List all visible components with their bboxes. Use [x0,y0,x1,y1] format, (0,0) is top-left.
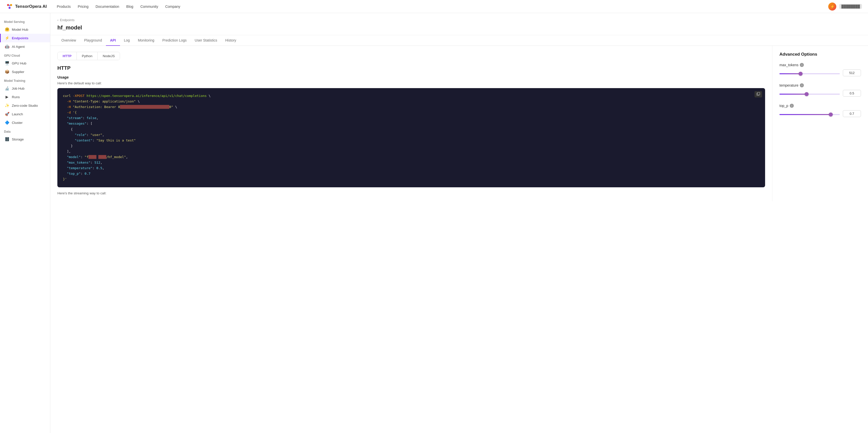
sidebar-item-label: Launch [12,112,23,116]
sub-tab-python[interactable]: Python [77,52,98,60]
section-gpu-cloud: GPU Cloud [0,51,50,59]
copy-icon [756,92,760,96]
nav-documentation[interactable]: Documentation [96,4,119,8]
option-temperature: temperature i [779,83,861,97]
tab-prediction-logs[interactable]: Prediction Logs [158,35,191,46]
top-p-info-icon[interactable]: i [790,104,794,108]
sidebar-item-label: Job Hub [12,87,24,90]
max-tokens-control [779,69,861,76]
top-p-control [779,110,861,117]
sidebar-item-cluster[interactable]: 🔷 Cluster [0,118,50,127]
max-tokens-slider-fill [779,73,801,74]
sidebar-item-label: AI Agent [12,45,25,49]
nav-community[interactable]: Community [141,4,158,8]
copy-button[interactable] [754,91,762,97]
tab-overview[interactable]: Overview [57,35,80,46]
sidebar-item-launch[interactable]: 🚀 Launch [0,110,50,118]
top-p-input[interactable] [843,110,861,117]
max-tokens-input[interactable] [843,69,861,76]
section-data: Data [0,127,50,135]
temperature-input[interactable] [843,90,861,97]
top-p-slider-thumb[interactable] [829,113,833,117]
max-tokens-label: max_tokens i [779,63,861,67]
sidebar-item-model-hub[interactable]: 🤗 Model Hub [0,25,50,34]
tabs-bar: Overview Playground API Log Monitoring P… [50,35,868,46]
job-hub-icon: 🔬 [5,86,9,91]
usage-desc: Here's the default way to call: [57,81,765,85]
avatar[interactable]: ⚡ [828,2,836,10]
option-max-tokens: max_tokens i [779,63,861,76]
sub-tab-http[interactable]: HTTP [58,52,77,60]
sidebar-item-label: Runs [12,95,20,99]
code-block: curl -XPOST https://open.tensoropera.ai/… [57,88,765,187]
ai-agent-icon: 🤖 [5,44,9,49]
max-tokens-slider-track[interactable] [779,73,840,74]
sub-tab-nodejs[interactable]: NodeJS [98,52,120,60]
breadcrumb[interactable]: ‹ Endpoints [57,18,861,22]
tab-monitoring[interactable]: Monitoring [134,35,158,46]
temperature-slider-track[interactable] [779,94,840,95]
svg-rect-5 [757,92,760,95]
streaming-desc: Here's the streaming way to call: [57,191,765,195]
top-navigation: TensorOpera AI Products Pricing Document… [0,0,868,13]
tab-user-statistics[interactable]: User Statistics [191,35,221,46]
logo[interactable]: TensorOpera AI [6,3,47,10]
launch-icon: 🚀 [5,112,9,116]
cluster-icon: 🔷 [5,120,9,125]
sidebar-item-label: Storage [12,138,24,141]
sidebar-item-job-hub[interactable]: 🔬 Job Hub [0,84,50,93]
sidebar-item-label: Endpoints [12,36,28,40]
storage-icon: 🗄️ [5,137,9,142]
max-tokens-slider-thumb[interactable] [799,72,803,76]
temperature-label: temperature i [779,83,861,87]
sidebar-item-supplier[interactable]: 📦 Supplier [0,67,50,76]
code-section-title: HTTP [57,65,765,71]
zero-code-icon: ✨ [5,103,9,108]
logo-icon [6,3,13,10]
content-area: HTTP Python NodeJS HTTP Usage Here's the… [50,46,868,201]
svg-point-1 [10,4,12,6]
sub-tabs: HTTP Python NodeJS [57,52,120,60]
top-p-label: top_p i [779,104,861,108]
nav-products[interactable]: Products [57,4,71,8]
temperature-control [779,90,861,97]
username-display: ████████ [839,4,862,9]
sidebar: Model Serving 🤗 Model Hub ⚡ Endpoints 🤖 … [0,13,50,433]
gpu-hub-icon: 🖥️ [5,61,9,65]
sidebar-item-label: Cluster [12,121,23,125]
nav-company[interactable]: Company [165,4,180,8]
code-content: curl -XPOST https://open.tensoropera.ai/… [63,93,760,182]
main-layout: Model Serving 🤗 Model Hub ⚡ Endpoints 🤖 … [0,13,868,433]
section-model-serving: Model Serving [0,17,50,25]
sidebar-item-gpu-hub[interactable]: 🖥️ GPU Hub [0,59,50,67]
tab-api[interactable]: API [106,35,120,46]
usage-label: Usage [57,75,765,79]
tab-playground[interactable]: Playground [80,35,106,46]
svg-point-2 [8,7,10,9]
main-content: ‹ Endpoints hf_model Overview Playground… [50,13,868,433]
tab-history[interactable]: History [221,35,240,46]
sidebar-item-storage[interactable]: 🗄️ Storage [0,135,50,144]
endpoints-icon: ⚡ [5,36,9,40]
nav-pricing[interactable]: Pricing [78,4,89,8]
temperature-slider-fill [779,94,807,95]
nav-blog[interactable]: Blog [126,4,133,8]
tab-log[interactable]: Log [120,35,134,46]
nav-links: Products Pricing Documentation Blog Comm… [57,4,829,8]
sidebar-item-endpoints[interactable]: ⚡ Endpoints [0,34,50,42]
sidebar-item-zero-code-studio[interactable]: ✨ Zero-code Studio [0,101,50,110]
svg-point-0 [7,4,9,6]
max-tokens-info-icon[interactable]: i [800,63,804,67]
sidebar-item-runs[interactable]: ▶ Runs [0,93,50,101]
sidebar-item-ai-agent[interactable]: 🤖 AI Agent [0,42,50,51]
temperature-slider-thumb[interactable] [805,92,809,96]
temperature-info-icon[interactable]: i [800,83,804,87]
model-hub-icon: 🤗 [5,27,9,32]
code-panel: HTTP Python NodeJS HTTP Usage Here's the… [50,46,772,201]
top-p-slider-track[interactable] [779,114,840,115]
nav-right: ⚡ ████████ [828,2,862,10]
svg-point-3 [9,5,10,6]
breadcrumb-arrow: ‹ [57,18,58,22]
option-top-p: top_p i [779,104,861,117]
section-model-training: Model Training [0,76,50,84]
